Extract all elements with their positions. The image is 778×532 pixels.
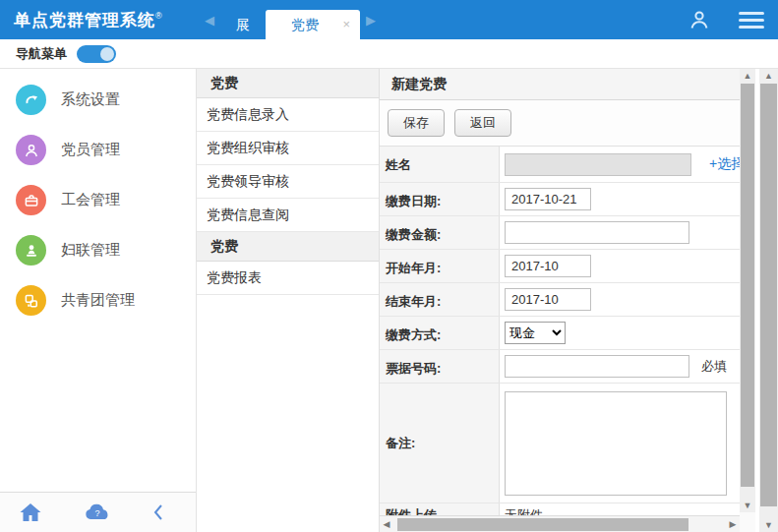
tab-scroll-left-icon[interactable]: ◀ <box>199 13 220 28</box>
form-row-pay-date: 缴费日期: <box>380 183 740 216</box>
horizontal-scrollbar[interactable]: ◀ ▶ <box>380 515 740 532</box>
registered-mark: ® <box>155 11 163 21</box>
required-note: 必填 <box>701 358 727 376</box>
end-month-field[interactable] <box>505 288 591 311</box>
tab-scroll-right-icon[interactable]: ▶ <box>360 13 382 28</box>
remark-label: 备注: <box>380 384 500 502</box>
form-row-amount: 缴费金额: <box>380 216 740 250</box>
panel-scroll-thumb[interactable] <box>741 84 754 487</box>
tab-zhan[interactable]: 展 <box>220 10 266 39</box>
sidebar-item-label: 工会管理 <box>61 191 120 209</box>
pay-method-select[interactable]: 现金 <box>505 322 566 344</box>
menu-item-fee-entry[interactable]: 党费信息录入 <box>197 98 379 132</box>
main-area: 系统设置 党员管理 工会管理 妇联管理 共青团管理 <box>0 69 778 532</box>
nav-menu-label: 导航菜单 <box>16 45 67 63</box>
sidebar-item-label: 妇联管理 <box>61 241 120 260</box>
form-row-name: 姓名 +选择 <box>380 147 740 183</box>
home-icon[interactable] <box>18 501 43 524</box>
receipt-no-field[interactable] <box>505 355 689 378</box>
redo-arrow-icon <box>16 85 46 115</box>
user-icon[interactable] <box>688 8 711 31</box>
back-button[interactable]: 返回 <box>454 109 511 137</box>
amount-label: 缴费金额: <box>380 216 500 249</box>
sidebar: 系统设置 党员管理 工会管理 妇联管理 共青团管理 <box>0 69 197 532</box>
menu-item-leader-review[interactable]: 党费领导审核 <box>197 165 379 199</box>
menu-section-header[interactable]: 党费 <box>197 69 379 98</box>
menu-item-fee-view[interactable]: 党费信息查阅 <box>197 199 379 232</box>
save-button[interactable]: 保存 <box>388 109 445 137</box>
panel-vertical-scrollbar[interactable]: ▲ ▼ <box>740 69 755 532</box>
page-vertical-scrollbar[interactable]: ▲ ▼ <box>759 69 778 532</box>
tab-label: 党费 <box>291 10 319 39</box>
sidebar-item-label: 系统设置 <box>61 90 120 109</box>
menu-item-fee-report[interactable]: 党费报表 <box>197 262 379 295</box>
top-bar: 单点党群管理系统® ◀ 展 党费 × ▶ <box>0 0 778 39</box>
sidebar-item-system-settings[interactable]: 系统设置 <box>0 75 196 125</box>
person-outline-icon <box>16 135 46 165</box>
horizontal-scroll-thumb[interactable] <box>397 518 688 531</box>
page-scroll-track[interactable] <box>759 83 778 518</box>
scroll-right-icon[interactable]: ▶ <box>726 519 740 529</box>
scroll-down-icon[interactable]: ▼ <box>759 518 778 532</box>
form-row-receipt-no: 票据号码: 必填 <box>380 350 740 384</box>
sidebar-item-womens-federation[interactable]: 妇联管理 <box>0 225 196 275</box>
tab-strip: ◀ 展 党费 × ▶ <box>199 0 382 39</box>
menu-section-header[interactable]: 党费 <box>197 232 379 262</box>
scroll-up-icon[interactable]: ▲ <box>740 69 755 83</box>
pay-date-field[interactable] <box>505 188 591 210</box>
sidebar-item-label: 党员管理 <box>61 141 120 159</box>
nav-toggle-row: 导航菜单 <box>0 39 778 69</box>
start-month-label: 开始年月: <box>380 250 500 282</box>
page-scroll-thumb[interactable] <box>760 84 777 506</box>
briefcase-icon <box>16 185 46 215</box>
sidebar-item-label: 共青团管理 <box>61 291 135 310</box>
person-solid-icon <box>16 235 46 266</box>
form-title: 新建党费 <box>380 69 740 100</box>
nav-menu-toggle[interactable] <box>77 45 116 63</box>
scrollbar-spacer <box>740 512 755 532</box>
scroll-down-icon[interactable]: ▼ <box>740 499 755 512</box>
pay-date-label: 缴费日期: <box>380 183 500 215</box>
form-panel: 新建党费 保存 返回 姓名 +选择 缴费日期: 缴费金额: <box>380 69 740 532</box>
name-field[interactable] <box>505 153 691 176</box>
horizontal-scroll-track[interactable] <box>393 518 726 531</box>
start-month-field[interactable] <box>505 255 591 277</box>
sync-boxes-icon <box>16 285 46 316</box>
name-label: 姓名 <box>380 147 500 182</box>
hamburger-menu-icon[interactable] <box>739 12 764 29</box>
form-toolbar: 保存 返回 <box>380 100 740 146</box>
amount-field[interactable] <box>505 221 689 244</box>
form-table: 姓名 +选择 缴费日期: 缴费金额: 开始年月: <box>380 146 740 515</box>
topbar-actions <box>688 0 764 39</box>
menu-item-org-review[interactable]: 党费组织审核 <box>197 132 379 165</box>
collapse-chevron-icon[interactable] <box>151 502 165 522</box>
panel-scroll-track[interactable] <box>740 83 755 499</box>
sidebar-footer: ? <box>0 492 196 532</box>
form-row-pay-method: 缴费方式: 现金 <box>380 317 740 350</box>
sidebar-item-youth-league[interactable]: 共青团管理 <box>0 275 196 325</box>
menu-panel: 党费 党费信息录入 党费组织审核 党费领导审核 党费信息查阅 党费 党费报表 <box>197 69 380 532</box>
remark-textarea[interactable] <box>505 391 727 496</box>
form-row-remark: 备注: <box>380 384 740 503</box>
sidebar-item-labor-union[interactable]: 工会管理 <box>0 175 196 225</box>
end-month-label: 结束年月: <box>380 283 500 316</box>
pay-method-label: 缴费方式: <box>380 317 500 349</box>
app-title: 单点党群管理系统® <box>14 9 163 31</box>
form-row-end-month: 结束年月: <box>380 283 740 317</box>
cloud-help-icon[interactable]: ? <box>83 502 112 523</box>
tab-close-icon[interactable]: × <box>342 10 350 39</box>
svg-text:?: ? <box>94 508 99 518</box>
scroll-up-icon[interactable]: ▲ <box>759 69 778 83</box>
tab-dangfei[interactable]: 党费 × <box>266 10 360 39</box>
receipt-no-label: 票据号码: <box>380 350 500 383</box>
scroll-left-icon[interactable]: ◀ <box>380 519 393 529</box>
toggle-knob <box>100 47 114 61</box>
sidebar-item-party-members[interactable]: 党员管理 <box>0 125 196 175</box>
form-row-start-month: 开始年月: <box>380 250 740 283</box>
